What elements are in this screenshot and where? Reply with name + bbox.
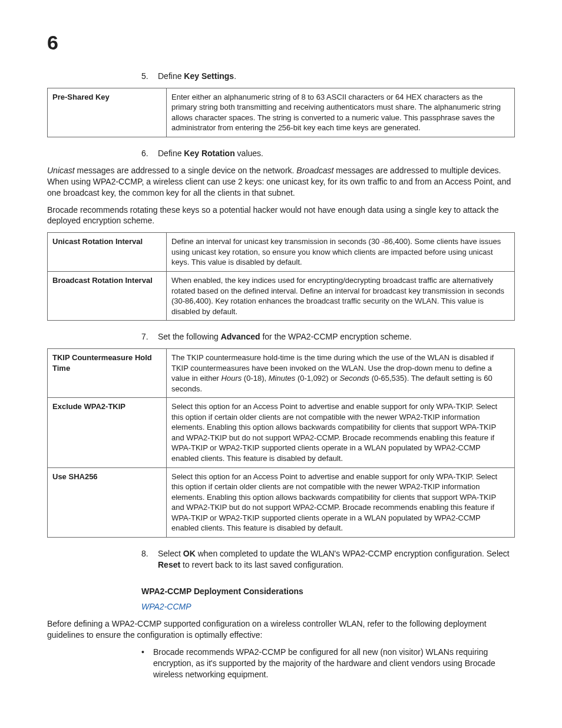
chapter-number: 6 bbox=[47, 29, 515, 57]
section-heading: WPA2-CCMP Deployment Considerations bbox=[141, 586, 515, 597]
cell-desc: Define an interval for unicast key trans… bbox=[167, 233, 515, 272]
step-number: 6. bbox=[141, 148, 158, 159]
paragraph-deployment: Before defining a WPA2-CCMP supported co… bbox=[47, 618, 515, 641]
cell-label: Use SHA256 bbox=[48, 467, 167, 537]
cell-label: Exclude WPA2-TKIP bbox=[48, 398, 167, 467]
cell-label: Pre-Shared Key bbox=[48, 88, 167, 137]
step-text: Define Key Rotation values. bbox=[158, 148, 263, 159]
step-number: 5. bbox=[141, 71, 158, 82]
step-text: Select OK when completed to update the W… bbox=[158, 548, 515, 571]
paragraph-unicast-broadcast: Unicast messages are addressed to a sing… bbox=[47, 165, 515, 199]
link-wpa2-ccmp[interactable]: WPA2-CCMP bbox=[141, 601, 515, 612]
cell-label: Broadcast Rotation Interval bbox=[48, 271, 167, 320]
cell-desc: Select this option for an Access Point t… bbox=[167, 398, 515, 467]
bullet-item: • Brocade recommends WPA2-CCMP be config… bbox=[141, 647, 515, 680]
cell-desc: When enabled, the key indices used for e… bbox=[167, 271, 515, 320]
cell-label: Unicast Rotation Interval bbox=[48, 233, 167, 272]
step-5: 5. Define Key Settings. bbox=[141, 71, 515, 82]
table-key-settings: Pre-Shared Key Enter either an alphanume… bbox=[47, 88, 515, 137]
bullet-text: Brocade recommends WPA2-CCMP be configur… bbox=[153, 647, 515, 680]
step-7: 7. Set the following Advanced for the WP… bbox=[141, 331, 515, 342]
step-6: 6. Define Key Rotation values. bbox=[141, 148, 515, 159]
step-8: 8. Select OK when completed to update th… bbox=[141, 548, 515, 571]
step-number: 8. bbox=[141, 548, 158, 571]
step-text: Define Key Settings. bbox=[158, 71, 236, 82]
cell-label: TKIP Countermeasure Hold Time bbox=[48, 349, 167, 398]
bullet-icon: • bbox=[141, 647, 153, 680]
step-number: 7. bbox=[141, 331, 158, 342]
table-key-rotation: Unicast Rotation Interval Define an inte… bbox=[47, 232, 515, 321]
cell-desc: Enter either an alphanumeric string of 8… bbox=[167, 88, 515, 137]
step-text: Set the following Advanced for the WPA2-… bbox=[158, 331, 412, 342]
cell-desc: The TKIP countermeasure hold-time is the… bbox=[167, 349, 515, 398]
cell-desc: Select this option for an Access Point t… bbox=[167, 467, 515, 537]
table-advanced: TKIP Countermeasure Hold Time The TKIP c… bbox=[47, 348, 515, 538]
paragraph-rotation-recommend: Brocade recommends rotating these keys s… bbox=[47, 205, 515, 227]
